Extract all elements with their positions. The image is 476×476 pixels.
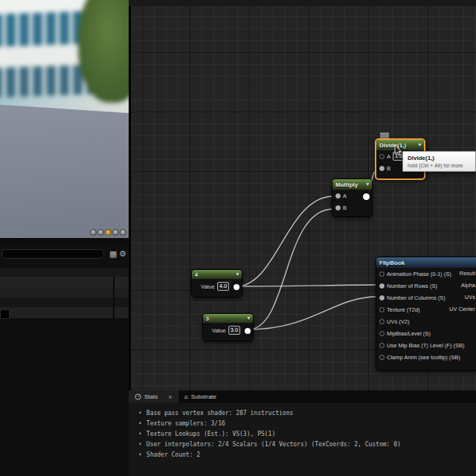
stat-text: User interpolators: 2/4 Scalars (1/4 Vec… xyxy=(147,441,401,451)
pin-label: Texture (T2d) xyxy=(387,306,420,313)
flipbook-node[interactable]: FlipBook Animation Phase (0-1) (S) Numbe… xyxy=(376,257,476,371)
flipbook-output-result: Result xyxy=(449,268,475,280)
gauge-icon xyxy=(135,393,141,400)
bullet-icon: • xyxy=(138,410,142,420)
multiply-node[interactable]: Multiply ▾ A B xyxy=(332,178,373,217)
tab-stats[interactable]: Stats × xyxy=(129,390,178,403)
tab-stats-label: Stats xyxy=(144,393,158,400)
pin-label: UVs (V2) xyxy=(387,318,409,325)
flipbook-input-pin-mipbias-level[interactable] xyxy=(379,331,385,336)
stat-line: • Texture Lookups (Est.): VS(3), PS(1) xyxy=(138,431,476,441)
constant-3-value-field[interactable]: 3.0 xyxy=(228,326,240,335)
bullet-icon: • xyxy=(138,420,142,431)
preview-shape-plane-button[interactable] xyxy=(105,229,112,236)
flipbook-input-pin-animation-phase[interactable] xyxy=(379,271,385,277)
flipbook-input-row: MipBias/Level (S) xyxy=(376,327,476,339)
flipbook-input-row: UVs (V2) xyxy=(376,315,476,327)
tooltip-subtitle: hold (Ctrl + Alt) for more xyxy=(408,163,471,168)
flipbook-input-pin-number-of-rows[interactable] xyxy=(379,283,385,289)
bullet-icon: • xyxy=(138,441,142,451)
flipbook-outputs: Result Alpha UVs UV Center xyxy=(449,268,475,315)
constant-3-node-header[interactable]: 3 ▾ xyxy=(203,314,253,323)
settings-gear-icon[interactable]: ⚙ xyxy=(119,248,126,260)
pin-label: Number of Columns (S) xyxy=(387,295,446,301)
flipbook-input-pin-texture[interactable] xyxy=(379,307,385,312)
stat-text: Shader Count: 2 xyxy=(147,451,200,462)
preview-shape-sphere-button[interactable] xyxy=(97,229,104,236)
chevron-down-icon[interactable]: ▾ xyxy=(236,271,239,277)
details-column-divider[interactable] xyxy=(113,277,115,318)
multiply-output-pin[interactable] xyxy=(363,193,370,200)
stats-content: • Base pass vertex shader: 287 instructi… xyxy=(129,403,476,476)
mouse-cursor-icon xyxy=(394,145,403,157)
value-label: Value xyxy=(212,327,226,334)
preview-shape-mesh-button[interactable] xyxy=(120,229,126,236)
constant-3-title: 3 xyxy=(206,316,209,321)
tooltip-title: Divide(1,) xyxy=(408,155,471,161)
material-editor-window: ▦ ⚙ Divide(1,) ▾ A 1.0 xyxy=(0,0,476,476)
preview-viewport[interactable] xyxy=(0,0,129,238)
pin-label: B xyxy=(387,165,390,172)
constant-3-output-pin[interactable] xyxy=(245,328,251,334)
pin-label: Number of Rows (S) xyxy=(387,283,437,289)
details-row[interactable] xyxy=(0,287,129,298)
value-label: Value xyxy=(201,283,215,290)
pin-label: B xyxy=(343,205,347,211)
stats-tab-bar: Stats × ≡ Substrate xyxy=(129,390,476,403)
divide-tooltip: Divide(1,) hold (Ctrl + Alt) for more xyxy=(402,151,476,172)
left-panel: ▦ ⚙ xyxy=(0,0,129,476)
multiply-node-header[interactable]: Multiply ▾ xyxy=(332,179,372,190)
graph-top-edge xyxy=(129,0,476,6)
tab-substrate[interactable]: ≡ Substrate xyxy=(178,390,223,403)
preview-shape-cylinder-button[interactable] xyxy=(90,229,97,236)
details-row xyxy=(0,298,129,307)
flipbook-input-pin-use-mip-bias[interactable] xyxy=(379,343,385,348)
flipbook-input-row: Use Mip Bias (T) Level (F) (SB) xyxy=(376,339,476,351)
details-row[interactable] xyxy=(0,277,129,287)
constant-4-value-field[interactable]: 4.0 xyxy=(217,282,229,291)
constant-4-output-pin[interactable] xyxy=(234,284,239,290)
flipbook-input-pin-clamp-anim[interactable] xyxy=(379,355,385,360)
close-icon[interactable]: × xyxy=(168,393,172,401)
details-row xyxy=(0,268,129,277)
stat-line: • Shader Count: 2 xyxy=(138,451,476,462)
constant-3-node[interactable]: 3 ▾ Value 3.0 xyxy=(202,313,254,341)
flipbook-input-pin-number-of-columns[interactable] xyxy=(379,295,385,300)
multiply-input-pin-b[interactable] xyxy=(335,205,341,210)
grid-view-icon[interactable]: ▦ xyxy=(109,248,117,260)
multiply-node-title: Multiply xyxy=(335,181,358,188)
details-panel xyxy=(0,268,129,476)
details-value-field[interactable] xyxy=(0,309,10,319)
stat-line: • Texture samplers: 3/16 xyxy=(138,420,476,431)
pin-label: Clamp Anim (see tooltip) (SB) xyxy=(387,354,460,361)
constant-4-node[interactable]: 4 ▾ Value 4.0 xyxy=(191,269,242,298)
divide-input-pin-a[interactable] xyxy=(379,154,385,159)
flipbook-input-row: Clamp Anim (see tooltip) (SB) xyxy=(376,351,476,363)
pin-label: Use Mip Bias (T) Level (F) (SB) xyxy=(387,342,465,349)
chevron-down-icon[interactable]: ▾ xyxy=(366,181,369,187)
divide-input-pin-b[interactable] xyxy=(379,166,385,171)
flipbook-node-title: FlipBook xyxy=(379,260,405,266)
details-toolbar: ▦ ⚙ xyxy=(0,245,129,265)
flipbook-input-pin-uvs[interactable] xyxy=(379,319,385,324)
bullet-icon: • xyxy=(138,431,142,441)
search-input[interactable] xyxy=(1,249,104,259)
chevron-down-icon[interactable]: ▾ xyxy=(247,315,250,321)
stat-line: • Base pass vertex shader: 287 instructi… xyxy=(138,410,476,420)
preview-shape-cube-button[interactable] xyxy=(112,229,119,236)
list-icon: ≡ xyxy=(184,393,188,401)
stat-line: • User interpolators: 2/4 Scalars (1/4 V… xyxy=(138,441,476,451)
stat-text: Base pass vertex shader: 287 instruction… xyxy=(147,410,293,420)
chevron-down-icon[interactable]: ▾ xyxy=(418,142,421,148)
constant-4-node-header[interactable]: 4 ▾ xyxy=(192,270,242,279)
stats-panel: Stats × ≡ Substrate • Base pass vertex s… xyxy=(129,390,476,476)
multiply-input-pin-a[interactable] xyxy=(335,193,341,199)
pin-label: A xyxy=(343,193,347,199)
divide-preview-stub xyxy=(380,132,389,138)
details-row[interactable] xyxy=(0,307,129,318)
stat-text: Texture samplers: 3/16 xyxy=(147,420,225,431)
tab-substrate-label: Substrate xyxy=(191,393,216,400)
flipbook-node-header[interactable]: FlipBook xyxy=(376,257,476,268)
pin-label: Animation Phase (0-1) (S) xyxy=(387,271,451,277)
pin-label: MipBias/Level (S) xyxy=(387,330,431,337)
